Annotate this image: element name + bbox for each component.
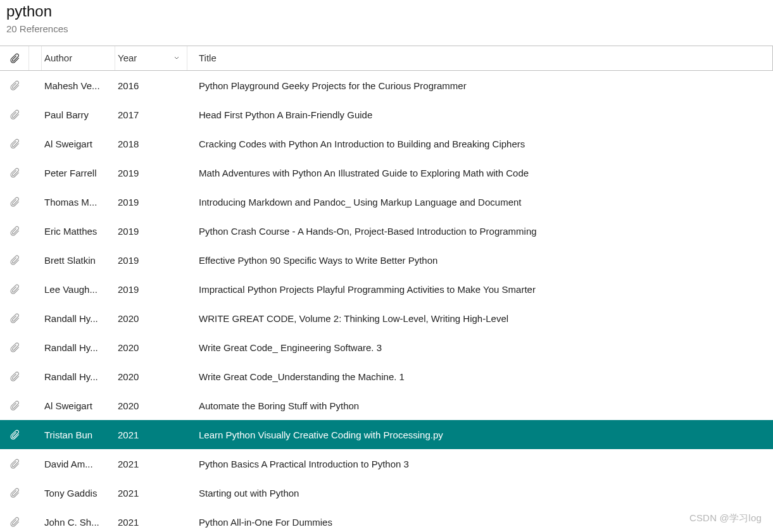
title-cell: Python Crash Course - A Hands-On, Projec… [187, 226, 773, 237]
attachment-cell[interactable] [0, 254, 29, 266]
column-title[interactable]: Title [187, 46, 773, 70]
title-cell: Head First Python A Brain-Friendly Guide [187, 109, 773, 120]
column-spacer [29, 46, 42, 70]
column-author-label: Author [44, 53, 72, 63]
title-cell: Python All-in-One For Dummies [187, 517, 773, 528]
table-row[interactable]: Al Sweigart2018Cracking Codes with Pytho… [0, 129, 773, 158]
paperclip-icon [9, 80, 20, 91]
column-author[interactable]: Author [42, 46, 115, 70]
table-row[interactable]: Al Sweigart2020Automate the Boring Stuff… [0, 391, 773, 420]
author-cell: Randall Hy... [42, 371, 115, 382]
title-cell: Write Great Code_ Engineering Software. … [187, 342, 773, 353]
attachment-cell[interactable] [0, 167, 29, 178]
table-row[interactable]: Randall Hy...2020Write Great Code_ Engin… [0, 333, 773, 362]
table-header-row: Author Year Title [0, 46, 773, 71]
year-cell: 2017 [115, 109, 187, 120]
paperclip-icon [9, 400, 20, 411]
title-cell: Starting out with Python [187, 488, 773, 498]
column-title-label: Title [199, 53, 217, 63]
year-cell: 2019 [115, 255, 187, 266]
table-row[interactable]: Tristan Bun2021Learn Python Visually Cre… [0, 420, 773, 449]
author-cell: Tony Gaddis [42, 488, 115, 498]
table-row[interactable]: Paul Barry2017Head First Python A Brain-… [0, 100, 773, 129]
title-cell: Introducing Markdown and Pandoc_ Using M… [187, 197, 773, 207]
paperclip-icon [9, 371, 20, 382]
attachment-cell[interactable] [0, 400, 29, 411]
author-cell: John C. Sh... [42, 517, 115, 528]
title-cell: WRITE GREAT CODE, Volume 2: Thinking Low… [187, 313, 773, 324]
paperclip-icon [9, 487, 20, 498]
attachment-cell[interactable] [0, 487, 29, 498]
attachment-cell[interactable] [0, 312, 29, 324]
attachment-cell[interactable] [0, 342, 29, 353]
paperclip-icon [9, 138, 20, 149]
attachment-cell[interactable] [0, 225, 29, 237]
page-title: python [6, 3, 767, 21]
table-row[interactable]: John C. Sh...2021Python All-in-One For D… [0, 507, 773, 532]
title-cell: Math Adventures with Python An Illustrat… [187, 168, 773, 178]
author-cell: Tristan Bun [42, 430, 115, 440]
author-cell: Brett Slatkin [42, 255, 115, 266]
attachment-cell[interactable] [0, 516, 29, 528]
paperclip-icon [9, 429, 20, 440]
attachment-cell[interactable] [0, 138, 29, 149]
paperclip-icon [9, 225, 20, 237]
table-row[interactable]: David Am...2021Python Basics A Practical… [0, 449, 773, 478]
attachment-cell[interactable] [0, 196, 29, 207]
title-cell: Learn Python Visually Creative Coding wi… [187, 430, 773, 440]
author-cell: Al Sweigart [42, 139, 115, 149]
author-cell: Randall Hy... [42, 342, 115, 353]
year-cell: 2021 [115, 459, 187, 469]
year-cell: 2019 [115, 284, 187, 295]
title-cell: Automate the Boring Stuff with Python [187, 400, 773, 411]
author-cell: Randall Hy... [42, 313, 115, 324]
year-cell: 2020 [115, 371, 187, 382]
title-cell: Write Great Code_Understanding the Machi… [187, 371, 773, 382]
author-cell: Peter Farrell [42, 168, 115, 178]
reference-count: 20 References [6, 23, 767, 34]
paperclip-icon [9, 283, 20, 295]
author-cell: Lee Vaugh... [42, 284, 115, 295]
author-cell: Thomas M... [42, 197, 115, 207]
paperclip-icon [9, 53, 20, 64]
title-cell: Impractical Python Projects Playful Prog… [187, 284, 773, 295]
attachment-cell[interactable] [0, 371, 29, 382]
attachment-cell[interactable] [0, 429, 29, 440]
paperclip-icon [9, 109, 20, 120]
title-cell: Cracking Codes with Python An Introducti… [187, 139, 773, 149]
table-row[interactable]: Eric Matthes2019Python Crash Course - A … [0, 216, 773, 245]
table-row[interactable]: Randall Hy...2020Write Great Code_Unders… [0, 362, 773, 391]
column-attachment[interactable] [0, 46, 29, 70]
author-cell: David Am... [42, 459, 115, 469]
attachment-cell[interactable] [0, 283, 29, 295]
table-row[interactable]: Thomas M...2019Introducing Markdown and … [0, 187, 773, 216]
year-cell: 2021 [115, 488, 187, 498]
column-year[interactable]: Year [115, 46, 187, 70]
title-cell: Effective Python 90 Specific Ways to Wri… [187, 255, 773, 266]
paperclip-icon [9, 516, 20, 528]
table-row[interactable]: Brett Slatkin2019Effective Python 90 Spe… [0, 245, 773, 275]
paperclip-icon [9, 458, 20, 469]
chevron-down-icon [173, 53, 180, 63]
table-row[interactable]: Tony Gaddis2021Starting out with Python [0, 478, 773, 507]
year-cell: 2021 [115, 517, 187, 528]
author-cell: Paul Barry [42, 109, 115, 120]
table-row[interactable]: Mahesh Ve...2016Python Playground Geeky … [0, 71, 773, 100]
year-cell: 2020 [115, 313, 187, 324]
attachment-cell[interactable] [0, 109, 29, 120]
table-row[interactable]: Randall Hy...2020WRITE GREAT CODE, Volum… [0, 304, 773, 333]
attachment-cell[interactable] [0, 80, 29, 91]
year-cell: 2018 [115, 139, 187, 149]
paperclip-icon [9, 312, 20, 324]
author-cell: Eric Matthes [42, 226, 115, 237]
title-cell: Python Basics A Practical Introduction t… [187, 459, 773, 469]
table-row[interactable]: Peter Farrell2019Math Adventures with Py… [0, 158, 773, 187]
page-header: python 20 References [0, 0, 773, 40]
author-cell: Al Sweigart [42, 400, 115, 411]
attachment-cell[interactable] [0, 458, 29, 469]
paperclip-icon [9, 254, 20, 266]
year-cell: 2019 [115, 226, 187, 237]
table-row[interactable]: Lee Vaugh...2019Impractical Python Proje… [0, 275, 773, 304]
year-cell: 2016 [115, 80, 187, 91]
title-cell: Python Playground Geeky Projects for the… [187, 80, 773, 91]
